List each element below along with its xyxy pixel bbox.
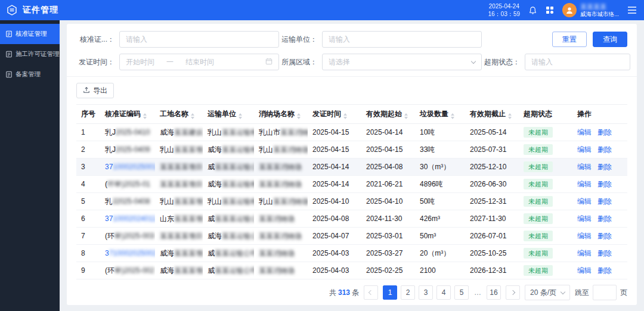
page-button[interactable]: 4	[436, 285, 451, 300]
date-range-picker[interactable]: 开始时间 一 结束时间	[119, 54, 279, 70]
page-button[interactable]: 2	[401, 285, 415, 300]
column-header[interactable]: 消纳场名称	[254, 105, 308, 124]
cell-site-name: 威海某某某项目	[155, 262, 203, 279]
cell-valid-end: 2026-06-30	[465, 176, 519, 193]
cell-waste-quantity: 30（m³）	[415, 158, 465, 176]
table-row[interactable]: 7(环翠)2025-003某某某某项目威海某某运输公司某某某消纳场2025-04…	[76, 228, 627, 245]
approval-code-input[interactable]	[119, 31, 279, 48]
table-row[interactable]: 83710002025002威海某某某项目威某某运输公司某某消纳场2025-04…	[76, 245, 627, 262]
column-header[interactable]: 有效期起始	[361, 105, 415, 124]
cell-actions: 编辑删除	[572, 158, 627, 176]
date-text: 2025-04-24	[488, 2, 520, 11]
menu-toggle-icon[interactable]	[627, 7, 637, 14]
page-size-select[interactable]: 20 条/页	[525, 285, 570, 300]
column-header[interactable]: 有效期截止	[465, 105, 519, 124]
edit-link[interactable]: 编辑	[577, 266, 592, 275]
sidebar-item-approval-cert[interactable]: 核准证管理	[0, 24, 60, 44]
column-header[interactable]: 发证时间	[308, 105, 361, 124]
delete-link[interactable]: 删除	[597, 145, 612, 154]
page-button[interactable]: 1	[383, 285, 397, 300]
edit-link[interactable]: 编辑	[577, 128, 592, 136]
cell-waste-quantity: 2100	[415, 262, 465, 279]
delete-link[interactable]: 删除	[597, 197, 612, 206]
cell-overdue-status: 未超期	[519, 176, 572, 193]
cell-waste-quantity: 426m³	[415, 210, 465, 228]
edit-link[interactable]: 编辑	[577, 145, 592, 154]
delete-link[interactable]: 删除	[597, 214, 612, 223]
delete-link[interactable]: 删除	[597, 266, 612, 275]
edit-link[interactable]: 编辑	[577, 163, 592, 171]
table-row[interactable]: 5乳J2025-0408乳山某某某项目乳山某某运输有限乳山某某消纳场2025-0…	[76, 193, 627, 210]
sidebar-item-construction-permit[interactable]: 施工许可证管理	[0, 44, 60, 64]
notifications-bell-icon[interactable]	[528, 6, 537, 15]
reset-button[interactable]: 重置	[552, 32, 587, 47]
datetime: 2025-04-24 16：03：59	[488, 2, 520, 18]
edit-link[interactable]: 编辑	[577, 249, 592, 257]
sort-icon	[191, 113, 194, 119]
user-name: 某某某某	[580, 2, 619, 11]
export-button[interactable]: 导出	[76, 83, 114, 98]
cell-valid-start: 2025-03-01	[361, 228, 415, 245]
table-row[interactable]: 9(环翠)2025-002威海某某某项目威某某运输公司某某消纳场2025-04-…	[76, 262, 627, 279]
cell-valid-start: 2024-11-30	[361, 210, 415, 228]
status-badge: 未超期	[524, 161, 553, 172]
range-end-placeholder: 结束时间	[185, 57, 214, 67]
table-row[interactable]: 10(环翠)2025-001某某某某项目威海某某运输有限某某某消纳场2025-0…	[76, 279, 627, 282]
sidebar: 核准证管理 施工许可证管理 备案管理	[0, 20, 60, 311]
jump-input[interactable]	[593, 285, 617, 300]
column-header[interactable]: 工地名称	[155, 105, 203, 124]
cell-index: 1	[76, 124, 100, 141]
delete-link[interactable]: 删除	[597, 232, 612, 240]
table-row[interactable]: 2乳J2025-0409乳山某某某项目威海某某运输有限乳山某某消纳场2025-0…	[76, 141, 627, 158]
column-header[interactable]: 运输单位	[203, 105, 254, 124]
cell-site-name: 山东某某某项目	[155, 210, 203, 228]
cell-disposal-site: 乳山市某某消纳场	[254, 124, 308, 141]
table-row[interactable]: 63710002024011山东某某某项目威某某某运输公司某某消纳场2025-0…	[76, 210, 627, 228]
query-button[interactable]: 查询	[593, 32, 627, 47]
page-button[interactable]: 16	[487, 285, 501, 300]
table-row[interactable]: 4(环翠)2025-01某某某某项目威海某某运输有限某某某消纳场2025-04-…	[76, 176, 627, 193]
transport-unit-input[interactable]	[322, 31, 482, 48]
calendar-icon	[265, 58, 273, 67]
cell-index: 9	[76, 262, 100, 279]
table-row[interactable]: 1乳J2025-0410威海某某建设工程乳山某某运输有限乳山市某某消纳场2025…	[76, 124, 627, 141]
edit-link[interactable]: 编辑	[577, 232, 592, 240]
edit-link[interactable]: 编辑	[577, 214, 592, 223]
cell-disposal-site: 某某某消纳场	[254, 279, 308, 282]
cell-transport-unit: 威某某运输公司	[203, 245, 254, 262]
filter-transport-unit: 运输单位：	[279, 31, 482, 48]
column-header[interactable]: 核准证编码	[100, 105, 155, 124]
total-suffix: 条	[352, 288, 359, 297]
page-button[interactable]: 3	[419, 285, 433, 300]
table-row[interactable]: 33710002025001某某某某项目威某某某运输公司某某某消纳场2025-0…	[76, 158, 627, 176]
prev-page-button[interactable]	[364, 285, 378, 300]
delete-link[interactable]: 删除	[597, 128, 612, 136]
filter-label: 运输单位：	[279, 35, 322, 45]
cell-disposal-site: 某某消纳场	[254, 262, 308, 279]
apps-grid-icon[interactable]	[546, 6, 554, 14]
sidebar-item-records[interactable]: 备案管理	[0, 64, 60, 85]
next-page-button[interactable]	[506, 285, 520, 300]
page-button[interactable]: 5	[454, 285, 469, 300]
sort-icon	[143, 113, 147, 119]
cell-waste-quantity: 50m³	[415, 228, 465, 245]
user-menu[interactable]: 某某某某 威海市城市络...	[562, 2, 619, 18]
cell-overdue-status: 未超期	[519, 245, 572, 262]
cell-overdue-status: 未超期	[519, 141, 572, 158]
pagination: 共313条 12345…16 20 条/页 跳至 页	[76, 284, 627, 301]
sort-icon	[451, 113, 454, 119]
cell-valid-start: 2025-04-08	[361, 158, 415, 176]
region-select[interactable]: 请选择	[322, 54, 482, 70]
delete-link[interactable]: 删除	[597, 163, 612, 171]
chevron-right-icon	[510, 290, 515, 295]
edit-link[interactable]: 编辑	[577, 197, 592, 206]
cell-disposal-site: 乳山某某消纳场	[254, 193, 308, 210]
delete-link[interactable]: 删除	[597, 180, 612, 188]
edit-link[interactable]: 编辑	[577, 180, 592, 188]
overdue-status-input[interactable]	[525, 54, 630, 70]
column-header[interactable]: 垃圾数量	[415, 105, 465, 124]
delete-link[interactable]: 删除	[597, 249, 612, 257]
cell-actions: 编辑删除	[572, 228, 627, 245]
filter-row-1: 核准证...： 运输单位： 重置 查询	[76, 31, 627, 48]
cell-valid-end: 2025-10-25	[465, 245, 519, 262]
